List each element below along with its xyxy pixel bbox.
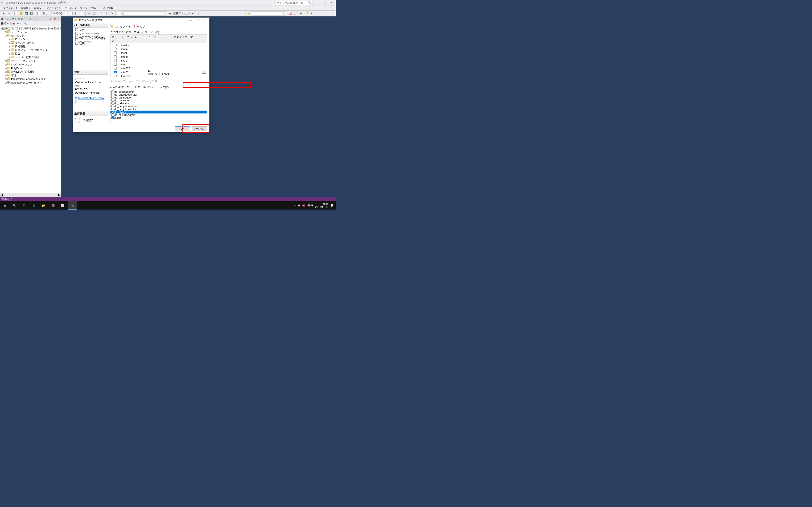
role-item[interactable]: db_securityadmin	[110, 113, 207, 116]
security-node[interactable]: セキュリティ	[11, 34, 27, 38]
expand-icon[interactable]: ⊞	[8, 56, 11, 59]
menu-help[interactable]: ヘルプ(H)	[99, 6, 114, 10]
xmla-query-button[interactable]	[80, 11, 84, 16]
role-item[interactable]: db_datareader	[110, 96, 207, 99]
credentials-node[interactable]: 資格情報	[15, 45, 26, 48]
map-checkbox[interactable]	[114, 48, 117, 50]
management-node[interactable]: 管理	[11, 74, 16, 77]
horizontal-scrollbar[interactable]: ◀ ▶	[0, 193, 61, 197]
quick-launch-input[interactable]	[276, 1, 308, 4]
save-all-button[interactable]: 💾	[29, 11, 34, 16]
role-item[interactable]: db_backupoperator	[110, 93, 207, 96]
map-checkbox[interactable]	[114, 44, 117, 46]
execute-button[interactable]: ⚡	[247, 11, 252, 16]
role-checkbox[interactable]	[111, 96, 114, 99]
new-query-button[interactable]: 新しいクエリ(N)	[42, 12, 63, 15]
role-checkbox[interactable]	[111, 99, 114, 102]
database-combo[interactable]: ▾	[252, 11, 286, 16]
nav-forward-button[interactable]: ▶	[6, 11, 11, 16]
menu-window[interactable]: ウィンドウ(W)	[78, 6, 99, 10]
expand-icon[interactable]: ⊞	[4, 60, 7, 62]
browse-schema-button[interactable]: …	[202, 71, 206, 74]
results-grid-button[interactable]: ⊞	[299, 11, 304, 16]
dialog-close-button[interactable]: ✕	[201, 18, 208, 22]
role-checkbox[interactable]	[111, 93, 114, 96]
expand-icon[interactable]: ⊞	[8, 45, 11, 48]
debugger-label[interactable]: 汎用デバッガー	[171, 12, 192, 15]
server-objects-node[interactable]: サーバー オブジェクト	[11, 59, 39, 63]
expand-icon[interactable]: ⊞	[8, 53, 11, 55]
ok-button[interactable]: OK	[175, 126, 190, 131]
crypto-providers-node[interactable]: 暗号化サービス プロバイダー	[15, 48, 50, 52]
refresh-button[interactable]: ↻	[20, 22, 22, 25]
expand-icon[interactable]: ⊞	[4, 74, 7, 77]
role-checkbox[interactable]	[111, 105, 114, 107]
table-row[interactable]: mta71NT AUTHORITY¥IUSR…	[110, 70, 207, 74]
table-row[interactable]: mta	[110, 62, 207, 66]
menu-edit[interactable]: 編集(E)	[19, 6, 32, 10]
filter-button[interactable]: ▼	[17, 22, 19, 25]
role-item[interactable]: db_ddladmin	[110, 102, 207, 105]
expand-icon[interactable]: ⊞	[4, 78, 7, 80]
role-checkbox[interactable]	[111, 111, 114, 113]
scroll-left-button[interactable]: ◀	[0, 193, 4, 197]
menu-debug[interactable]: デバッグ(D)	[44, 6, 62, 10]
table-row[interactable]: mt63x	[110, 55, 207, 59]
role-item[interactable]: db_denydatareader	[110, 105, 207, 108]
start-button[interactable]: ⊞	[0, 201, 10, 210]
server-roles-node[interactable]: サーバー ロール	[15, 41, 34, 45]
panel-pin-button[interactable]: 📌	[53, 17, 56, 20]
system-tray[interactable]: ^ 🖥 🔇 ENG 9:34 2018/11/15 💬	[294, 203, 336, 208]
search-icon[interactable]: 🔍	[308, 1, 311, 4]
cancel-button[interactable]: キャンセル	[192, 126, 207, 131]
maximize-button[interactable]: □	[321, 1, 328, 5]
role-item[interactable]: public	[110, 116, 207, 119]
notepad-button[interactable]: 📝	[58, 201, 68, 210]
tray-sound-icon[interactable]: 🔇	[302, 204, 305, 207]
tray-clock[interactable]: 9:34 2018/11/15	[315, 203, 328, 208]
logins-node[interactable]: ログイン	[15, 38, 26, 41]
properties-button[interactable]	[116, 11, 121, 16]
dialog-minimize-button[interactable]: —	[188, 19, 194, 22]
comment-button[interactable]: ▾	[309, 11, 314, 16]
integration-services-node[interactable]: Integration Services カタログ	[11, 77, 46, 81]
solution-combo[interactable]: ▾	[123, 11, 167, 16]
role-item[interactable]: db_owner	[110, 111, 207, 113]
connect-button[interactable]: 接続	[1, 22, 6, 25]
results-text-button[interactable]: 📝	[304, 11, 309, 16]
explorer-button[interactable]: 📁	[39, 201, 48, 210]
role-item[interactable]: db_datawriter	[110, 99, 207, 102]
server-node[interactable]: EC2AMAZ-SGVRR7E (SQL Server 13.0.4001.0 …	[5, 27, 61, 30]
dmx-query-button[interactable]	[74, 11, 79, 16]
copy-button[interactable]: 📋	[92, 11, 97, 16]
map-checkbox[interactable]	[114, 51, 117, 54]
replication-node[interactable]: レプリケーション	[11, 63, 33, 66]
open-button[interactable]	[18, 11, 23, 16]
ie-button[interactable]: ⓔ	[29, 201, 39, 210]
polybase-node[interactable]: PolyBase	[11, 67, 22, 70]
paint-button[interactable]: 🎨	[48, 201, 58, 210]
expand-icon[interactable]: ⊞	[4, 63, 7, 66]
expand-icon[interactable]: ⊞	[4, 67, 7, 69]
table-row[interactable]: mt71	[110, 59, 207, 62]
script-button[interactable]: スクリプト	[114, 25, 128, 29]
page-general[interactable]: 全般	[74, 28, 107, 32]
tray-lang[interactable]: ENG	[307, 204, 313, 207]
dialog-maximize-button[interactable]: □	[194, 19, 201, 22]
scroll-right-button[interactable]: ▶	[57, 193, 61, 197]
object-tree[interactable]: ⊟EC2AMAZ-SGVRR7E (SQL Server 13.0.4001.0…	[0, 26, 61, 193]
new-query-icon[interactable]	[36, 11, 41, 16]
help-button[interactable]: ヘルプ	[137, 25, 145, 29]
debug-stop-button[interactable]: ⏸	[196, 11, 201, 16]
cut-button[interactable]: ✂	[87, 11, 91, 16]
page-securables[interactable]: セキュリティ保護可能なリソース	[74, 38, 107, 42]
tray-notifications-icon[interactable]: 💬	[331, 204, 334, 207]
role-item[interactable]: db_denydatawriter	[110, 108, 207, 111]
ssms-taskbar-button[interactable]: 🔧	[68, 201, 77, 210]
role-checkbox[interactable]	[111, 113, 114, 116]
expand-icon[interactable]: ⊞	[4, 81, 7, 84]
expand-icon[interactable]: ⊟	[4, 35, 7, 37]
role-checkbox[interactable]	[111, 90, 114, 93]
quick-launch-box[interactable]: 🔍	[275, 1, 312, 5]
map-checkbox[interactable]	[114, 63, 117, 66]
